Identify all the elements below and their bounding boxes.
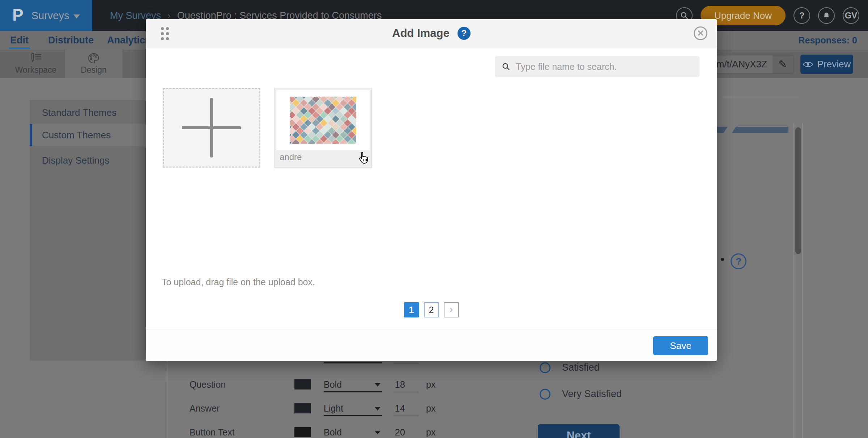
survey-card-border: [167, 360, 167, 438]
scrollbar-thumb[interactable]: [795, 127, 801, 254]
image-file-card[interactable]: andre: [274, 88, 372, 168]
product-menu[interactable]: Surveys: [31, 10, 80, 22]
page-button-1[interactable]: 1: [404, 302, 419, 317]
color-swatch[interactable]: [294, 403, 311, 413]
radio-icon[interactable]: [540, 389, 550, 400]
notifications-button[interactable]: [818, 7, 835, 24]
typography-row-question: Question Bold 18 px: [0, 379, 506, 394]
chevron-down-icon: [375, 431, 380, 434]
font-weight-value: Light: [324, 403, 343, 413]
color-swatch[interactable]: [294, 427, 311, 437]
unit-label: px: [426, 379, 435, 390]
question-icon: ?: [799, 10, 805, 21]
product-switcher[interactable]: P Surveys: [0, 0, 92, 31]
chevron-down-icon: [375, 407, 380, 410]
modal-title-wrap: Add Image ?: [146, 19, 717, 47]
add-image-modal: Add Image ? ✕ andre To upload, d: [146, 19, 717, 361]
pagination: 1 2 ›: [146, 302, 717, 317]
app-root: P Surveys My Surveys › QuestionPro : Ser…: [0, 0, 868, 438]
unit-label: px: [426, 427, 435, 438]
search-icon: [680, 12, 688, 20]
avatar[interactable]: GV: [843, 7, 859, 24]
preview-button[interactable]: Preview: [800, 55, 853, 74]
page-button-2[interactable]: 2: [424, 302, 439, 317]
typography-row-answer: Answer Light 14 px: [0, 403, 506, 418]
save-button[interactable]: Save: [653, 336, 708, 355]
radio-label: Satisfied: [562, 362, 600, 373]
responses-count: Responses: 0: [798, 31, 857, 50]
workspace-icon: [29, 53, 42, 64]
next-page-button[interactable]: ›: [444, 302, 459, 317]
upload-dropzone[interactable]: [163, 88, 260, 168]
row-label: Question: [190, 379, 226, 390]
toolbar-item-workspace[interactable]: Workspace: [7, 50, 64, 78]
sidebar-item-label: Custom Themes: [42, 130, 111, 141]
chevron-down-icon: [375, 383, 380, 387]
chevron-right-icon: ›: [450, 303, 453, 315]
sidebar-item-label: Standard Themes: [42, 107, 116, 118]
unit-label: px: [426, 403, 435, 414]
sidebar-item-custom-themes[interactable]: Custom Themes: [30, 124, 146, 146]
font-size-input[interactable]: 20: [393, 427, 419, 438]
color-swatch[interactable]: [294, 379, 311, 389]
search-icon: [502, 62, 510, 71]
toolbar-item-label: Design: [81, 65, 107, 75]
font-weight-select[interactable]: Bold: [324, 379, 382, 392]
answer-option-satisfied[interactable]: Satisfied: [540, 362, 600, 373]
modal-title: Add Image: [392, 27, 449, 40]
toolbar-item-design[interactable]: Design: [65, 50, 122, 78]
image-mat: [276, 90, 370, 150]
question-glyph: ?: [461, 28, 467, 38]
progress-segment: [732, 127, 788, 133]
radio-label: Very Satisfied: [562, 388, 622, 400]
radio-icon[interactable]: [540, 362, 550, 373]
toolbar-item-label: Workspace: [15, 65, 57, 75]
font-weight-value: Bold: [324, 379, 342, 389]
preview-label: Preview: [817, 59, 851, 70]
tab-analytics[interactable]: Analytics: [107, 31, 150, 50]
font-weight-value: Bold: [324, 427, 342, 437]
close-icon[interactable]: ✕: [694, 26, 707, 40]
avatar-initials: GV: [845, 10, 858, 21]
font-weight-select[interactable]: Bold: [324, 427, 382, 438]
file-name-label: andre: [280, 152, 302, 162]
palette-icon: [88, 53, 100, 64]
bell-icon: [822, 12, 830, 20]
modal-header: Add Image ? ✕: [146, 19, 717, 47]
plus-icon: [182, 98, 241, 157]
font-size-input[interactable]: 18: [393, 379, 419, 392]
search-input[interactable]: [516, 62, 692, 72]
sidebar-item-label: Display Settings: [42, 155, 109, 166]
edit-url-pencil-icon[interactable]: ✎: [773, 58, 793, 70]
survey-card-border: [723, 97, 799, 97]
questionpro-logo-icon: P: [12, 7, 24, 23]
modal-help-icon[interactable]: ?: [458, 27, 471, 40]
eye-icon: [803, 61, 813, 68]
tab-edit[interactable]: Edit: [10, 31, 29, 50]
help-button[interactable]: ?: [793, 7, 810, 24]
question-help-icon[interactable]: ?: [731, 253, 746, 269]
answer-option-very-satisfied[interactable]: Very Satisfied: [540, 388, 622, 400]
typography-row-button-text: Button Text Bold 20 px: [0, 427, 506, 438]
modal-footer: Save: [146, 329, 717, 361]
row-label: Answer: [190, 403, 220, 414]
row-label: Button Text: [190, 427, 235, 438]
upload-hint-text: To upload, drag file on the upload box.: [162, 277, 315, 287]
next-button[interactable]: Next: [538, 424, 620, 438]
font-weight-select[interactable]: Light: [324, 403, 382, 416]
sidebar-item-display-settings[interactable]: Display Settings: [30, 149, 146, 172]
file-search[interactable]: [495, 56, 699, 77]
mosaic-thumbnail-image: [290, 97, 356, 144]
product-label: Surveys: [31, 10, 69, 22]
chevron-down-icon: [73, 14, 80, 18]
tab-distribute[interactable]: Distribute: [48, 31, 94, 50]
hand-cursor-icon: [357, 151, 369, 167]
question-glyph: ?: [736, 256, 741, 267]
font-size-input[interactable]: 14: [393, 403, 419, 416]
pencil-tip-icon: [721, 258, 724, 261]
sidebar-item-standard-themes[interactable]: Standard Themes: [30, 101, 146, 124]
active-item-accent: [30, 124, 32, 146]
themes-sidebar: Standard Themes Custom Themes Display Se…: [30, 100, 146, 361]
